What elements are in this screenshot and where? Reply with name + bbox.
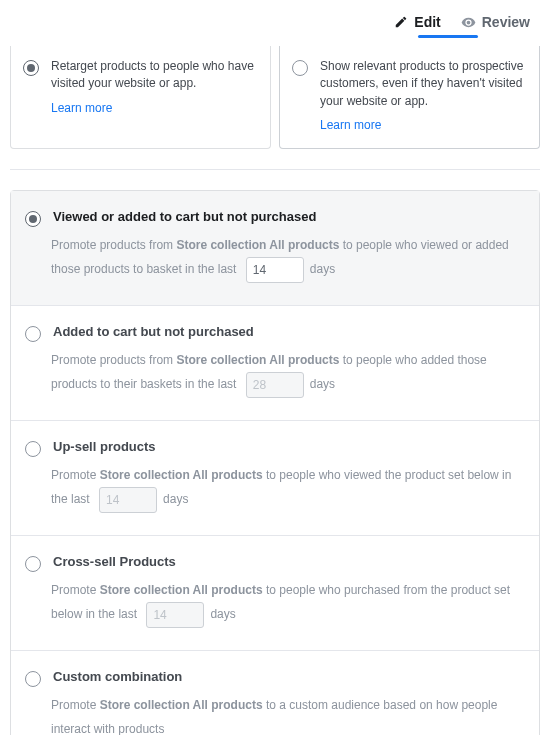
radio-prospect[interactable] — [292, 60, 308, 76]
catalog-name: Store collection All products — [176, 353, 339, 367]
option-added-desc: Promote products from Store collection A… — [25, 348, 525, 398]
tabs-bar: Edit Review — [10, 0, 540, 38]
option-added-title: Added to cart but not purchased — [53, 324, 254, 339]
option-viewed-title: Viewed or added to cart but not purchase… — [53, 209, 316, 224]
catalog-name: Store collection All products — [100, 698, 263, 712]
radio-custom[interactable] — [25, 671, 41, 687]
targeting-cards: Retarget products to people who have vis… — [10, 46, 540, 149]
catalog-name: Store collection All products — [176, 238, 339, 252]
card-prospect[interactable]: Show relevant products to prospective cu… — [279, 46, 540, 149]
days-input-viewed[interactable] — [246, 257, 304, 283]
retarget-options-panel: Viewed or added to cart but not purchase… — [10, 190, 540, 735]
card-retarget-text: Retarget products to people who have vis… — [51, 58, 258, 93]
pencil-icon — [394, 15, 408, 29]
tab-edit-label: Edit — [414, 14, 440, 30]
option-cross-title: Cross-sell Products — [53, 554, 176, 569]
radio-retarget[interactable] — [23, 60, 39, 76]
card-retarget[interactable]: Retarget products to people who have vis… — [10, 46, 271, 149]
card-prospect-text: Show relevant products to prospective cu… — [320, 58, 527, 110]
learn-more-prospect[interactable]: Learn more — [320, 118, 527, 132]
option-viewed-desc: Promote products from Store collection A… — [25, 233, 525, 283]
days-input-cross[interactable]: 14 — [146, 602, 204, 628]
radio-added-to-cart[interactable] — [25, 326, 41, 342]
option-upsell-desc: Promote Store collection All products to… — [25, 463, 525, 513]
tab-active-indicator — [418, 35, 478, 38]
eye-icon — [461, 15, 476, 30]
option-cross-desc: Promote Store collection All products to… — [25, 578, 525, 628]
option-custom-desc: Promote Store collection All products to… — [25, 693, 525, 735]
option-added-to-cart[interactable]: Added to cart but not purchased Promote … — [11, 305, 539, 420]
tab-review-label: Review — [482, 14, 530, 30]
radio-cross-sell[interactable] — [25, 556, 41, 572]
radio-upsell[interactable] — [25, 441, 41, 457]
option-viewed-or-added[interactable]: Viewed or added to cart but not purchase… — [11, 191, 539, 305]
days-input-upsell[interactable]: 14 — [99, 487, 157, 513]
catalog-name: Store collection All products — [100, 583, 263, 597]
option-upsell-title: Up-sell products — [53, 439, 156, 454]
days-input-added[interactable]: 28 — [246, 372, 304, 398]
section-divider — [10, 169, 540, 170]
learn-more-retarget[interactable]: Learn more — [51, 101, 258, 115]
option-custom[interactable]: Custom combination Promote Store collect… — [11, 650, 539, 735]
option-cross-sell[interactable]: Cross-sell Products Promote Store collec… — [11, 535, 539, 650]
catalog-name: Store collection All products — [100, 468, 263, 482]
radio-viewed-or-added[interactable] — [25, 211, 41, 227]
option-upsell[interactable]: Up-sell products Promote Store collectio… — [11, 420, 539, 535]
option-custom-title: Custom combination — [53, 669, 182, 684]
